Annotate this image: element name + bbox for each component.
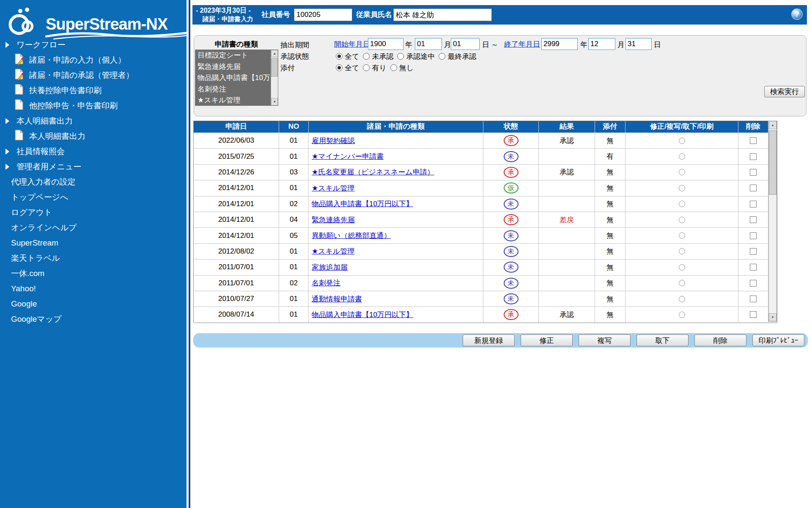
approval-status-option[interactable]: 最終承認	[439, 52, 476, 61]
row-select-radio[interactable]	[679, 232, 685, 239]
row-select-radio[interactable]	[679, 296, 685, 302]
attachment-option[interactable]: 無し	[390, 63, 414, 73]
end-month-input[interactable]	[588, 38, 615, 50]
scroll-down-icon[interactable]: ▼	[271, 98, 278, 105]
delete-checkbox[interactable]	[750, 280, 757, 287]
approval-status-option[interactable]: 承認途中	[397, 52, 435, 61]
expand-arrow-icon[interactable]	[5, 118, 9, 124]
row-select-radio[interactable]	[679, 185, 685, 191]
application-type-link[interactable]: 異動願い（総務部直通）	[312, 231, 391, 240]
delete-checkbox[interactable]	[750, 232, 757, 239]
delete-checkbox[interactable]	[750, 185, 757, 191]
expand-arrow-icon[interactable]	[5, 164, 9, 170]
radio-button-icon[interactable]	[439, 53, 445, 60]
sidebar-item[interactable]: SuperStream	[0, 235, 187, 251]
row-select-radio[interactable]	[679, 312, 685, 318]
radio-button-icon[interactable]	[336, 64, 343, 71]
sidebar-item[interactable]: トップページへ	[0, 190, 187, 205]
radio-button-icon[interactable]	[390, 64, 397, 71]
action-button[interactable]: 新規登録	[463, 334, 515, 346]
sidebar-item[interactable]: 本人明細書出力	[0, 113, 187, 129]
sidebar-item[interactable]: Yahoo!	[0, 281, 187, 296]
table-scrollbar[interactable]: ▲ ▼	[768, 121, 777, 322]
sidebar-item[interactable]: 他控除申告・申告書印刷	[0, 98, 187, 113]
scroll-down-icon[interactable]: ▼	[769, 313, 776, 321]
application-type-link[interactable]: ★マイナンバー申請書	[312, 152, 384, 161]
attachment-option[interactable]: 全て	[336, 63, 359, 73]
application-type-link[interactable]: 物品購入申請書【10万円以下】	[312, 199, 413, 209]
application-type-link[interactable]: ★スキル管理	[312, 183, 354, 193]
delete-checkbox[interactable]	[750, 264, 757, 271]
action-button[interactable]: 修正	[521, 334, 573, 346]
approval-status-option[interactable]: 全て	[336, 52, 359, 61]
application-type-link[interactable]: 名刺発注	[312, 278, 340, 288]
sidebar-item[interactable]: 本人明細書出力	[0, 129, 187, 144]
sidebar-item[interactable]: Googleマップ	[0, 312, 187, 327]
action-button[interactable]: 削除	[694, 334, 746, 346]
row-select-radio[interactable]	[679, 248, 685, 254]
application-type-link[interactable]: 雇用契約確認	[312, 136, 355, 146]
delete-checkbox[interactable]	[750, 216, 757, 223]
application-type-option[interactable]: 物品購入申請書【10万	[195, 72, 271, 84]
delete-checkbox[interactable]	[750, 311, 757, 318]
row-select-radio[interactable]	[679, 201, 685, 207]
delete-checkbox[interactable]	[750, 201, 757, 207]
sidebar-item[interactable]: 社員情報照会	[0, 144, 187, 159]
sidebar-item[interactable]: 諸届・申請の承認（管理者）	[0, 68, 187, 83]
employee-no-input[interactable]	[294, 8, 352, 21]
delete-checkbox[interactable]	[750, 295, 757, 302]
sidebar-item[interactable]: 楽天トラベル	[0, 251, 187, 266]
end-date-link[interactable]: 終了年月日	[504, 39, 540, 49]
row-select-radio[interactable]	[679, 280, 685, 286]
row-select-radio[interactable]	[679, 217, 685, 223]
radio-button-icon[interactable]	[397, 53, 404, 60]
sidebar-item[interactable]: ログアウト	[0, 205, 187, 220]
row-select-radio[interactable]	[679, 264, 685, 271]
action-button[interactable]: 取下	[636, 334, 689, 346]
application-type-link[interactable]: ★氏名変更届（ビジネスネーム申請）	[312, 167, 434, 177]
scroll-up-icon[interactable]: ▲	[271, 50, 278, 57]
row-select-radio[interactable]	[679, 138, 685, 144]
search-execute-button[interactable]: 検索実行	[764, 86, 805, 97]
application-type-link[interactable]: 家族追加届	[312, 262, 348, 272]
row-select-radio[interactable]	[679, 153, 685, 160]
delete-checkbox[interactable]	[750, 153, 757, 160]
approval-status-option[interactable]: 未承認	[363, 52, 393, 61]
listbox-scroll-thumb[interactable]	[271, 58, 278, 77]
sidebar-item[interactable]: 諸届・申請の入力（個人）	[0, 52, 187, 68]
delete-checkbox[interactable]	[750, 137, 757, 144]
sidebar-item[interactable]: 扶養控除申告書印刷	[0, 83, 187, 98]
action-button[interactable]: 印刷ﾌﾟﾚﾋﾞｭｰ	[752, 334, 804, 346]
expand-arrow-icon[interactable]	[5, 42, 9, 48]
sidebar-item[interactable]: 一休.com	[0, 266, 187, 281]
application-type-option[interactable]: 目標設定シート	[195, 50, 271, 61]
application-type-listbox[interactable]: 目標設定シート緊急連絡先届物品購入申請書【10万名刺発注★スキル管理 ▲ ▼	[195, 50, 278, 106]
employee-name-input[interactable]	[393, 8, 492, 21]
table-scroll-thumb[interactable]	[769, 130, 776, 195]
sidebar-item[interactable]: 代理入力者の設定	[0, 174, 187, 190]
row-select-radio[interactable]	[679, 169, 685, 175]
end-day-input[interactable]	[625, 38, 652, 50]
application-type-option[interactable]: 緊急連絡先届	[195, 61, 271, 73]
sidebar-item[interactable]: ワークフロー	[0, 37, 187, 52]
action-button[interactable]: 複写	[579, 334, 631, 346]
radio-button-icon[interactable]	[363, 64, 370, 71]
help-icon[interactable]: ?	[791, 8, 803, 20]
application-type-link[interactable]: 物品購入申請書【10万円以下】	[312, 310, 413, 320]
listbox-scrollbar[interactable]: ▲ ▼	[271, 50, 278, 105]
start-day-input[interactable]	[451, 38, 480, 50]
sidebar-item[interactable]: オンラインヘルプ	[0, 220, 187, 235]
application-type-link[interactable]: ★スキル管理	[312, 246, 354, 256]
application-type-link[interactable]: 通勤情報申請書	[312, 294, 362, 304]
delete-checkbox[interactable]	[750, 169, 757, 176]
scroll-up-icon[interactable]: ▲	[769, 121, 776, 129]
radio-button-icon[interactable]	[363, 53, 370, 60]
expand-arrow-icon[interactable]	[5, 149, 9, 155]
start-year-input[interactable]	[368, 38, 403, 50]
application-type-link[interactable]: 緊急連絡先届	[312, 215, 355, 225]
attachment-option[interactable]: 有り	[363, 63, 386, 73]
radio-button-icon[interactable]	[336, 53, 343, 60]
end-year-input[interactable]	[541, 38, 578, 50]
start-month-input[interactable]	[415, 38, 442, 50]
sidebar-item[interactable]: Google	[0, 296, 187, 312]
